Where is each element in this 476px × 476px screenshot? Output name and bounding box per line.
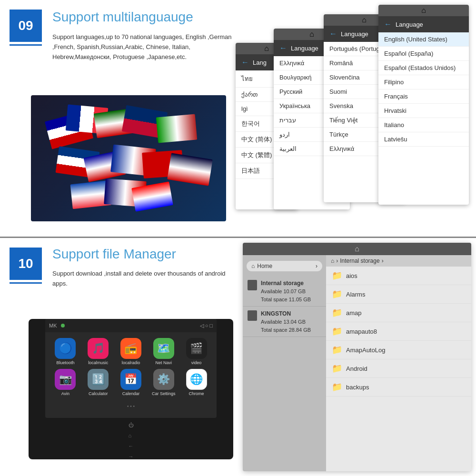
folder-android[interactable]: 📁 Android (326, 359, 471, 378)
home-outline-icon: ⌂ (309, 30, 314, 39)
video-icon-box: 🎬 (186, 338, 207, 359)
folder-icon: 📁 (332, 270, 342, 281)
app-icons-grid: 🔵 Bluetooth 🎵 localmusic 📻 localradio 🗺️… (45, 332, 217, 402)
folder-aios[interactable]: 📁 aios (326, 267, 471, 285)
app-netnavi[interactable]: 🗺️ Net Navi (149, 338, 178, 365)
lang-item[interactable]: Français (378, 89, 469, 104)
internal-total: Total space 11.05 GB (261, 296, 311, 304)
chevron-icon: › (316, 263, 317, 269)
netnavi-icon-box: 🗺️ (153, 338, 174, 359)
home-outline-icon: ⌂ (264, 44, 269, 53)
power-icon[interactable]: ⏻ (129, 422, 134, 428)
lang-item[interactable]: Hrvatski (378, 104, 469, 118)
side-controls: ⏻ ⌂ ← → (129, 422, 134, 459)
folder-amap[interactable]: 📁 amap (326, 304, 471, 322)
flag-pile (38, 101, 219, 216)
app-calculator[interactable]: 🔢 Calculator (84, 369, 113, 396)
screen-status: MK (49, 323, 57, 328)
folder-alarms[interactable]: 📁 Alarms (326, 285, 471, 304)
home-outline-icon: ⌂ (421, 6, 426, 15)
home-label: Home (257, 263, 272, 269)
file-sidebar: ⌂ Home › Internal storage Available 10.0… (243, 255, 326, 471)
bluetooth-icon-box: 🔵 (55, 338, 76, 359)
file-topbar: ⌂ (243, 243, 471, 255)
lang-item-english[interactable]: English (United States) (378, 32, 469, 47)
panel-4-topbar: ⌂ (378, 5, 469, 16)
folder-name: Android (346, 365, 367, 372)
back-arrow-icon[interactable]: ← (384, 20, 392, 29)
panel-3-title: Language (341, 30, 368, 38)
app-carsettings[interactable]: ⚙️ Car Settings (149, 369, 178, 396)
file-home-button[interactable]: ⌂ Home › (247, 261, 322, 271)
home-outline-icon: ⌂ (362, 16, 367, 24)
lang-item[interactable]: Español (España) (378, 47, 469, 61)
app-calendar[interactable]: 📅 Calendar (117, 369, 146, 396)
section-10-desc: Support download ,install and delete ove… (52, 269, 233, 289)
chrome-icon-box: 🌐 (186, 369, 207, 390)
section-10-badge: 10 (10, 248, 42, 280)
lang-item[interactable]: Filipino (378, 75, 469, 89)
back-icon[interactable]: ← (129, 443, 134, 449)
panel-4-header: ← Language (378, 16, 469, 32)
lang-panels: ⌂ ← Lang ไทย ქართ lgì 한국어 中文 (简体) 中文 (繁體… (236, 5, 469, 233)
lang-item[interactable]: Italiano (378, 118, 469, 132)
app-localmusic[interactable]: 🎵 localmusic (84, 338, 113, 365)
internal-storage-item[interactable]: Internal storage Available 10.07 GB Tota… (243, 276, 326, 307)
internal-storage-info: Internal storage Available 10.07 GB Tota… (261, 279, 311, 303)
forward-icon[interactable]: → (129, 454, 134, 459)
app-video[interactable]: 🎬 video (182, 338, 211, 365)
storage-icon (248, 310, 257, 321)
status-dot (61, 324, 65, 327)
lang-item[interactable]: Español (Estados Unidos) (378, 61, 469, 75)
back-arrow-icon[interactable]: ← (279, 44, 287, 52)
section-10-number: 10 (18, 256, 33, 271)
breadcrumb-separator: › (336, 258, 338, 264)
chrome-label: Chrome (189, 391, 204, 396)
internal-storage-name: Internal storage (261, 279, 311, 288)
folder-name: Alarms (346, 291, 365, 298)
file-breadcrumb: ⌂ › Internal storage › (326, 255, 471, 267)
avin-icon-box: 📷 (55, 369, 76, 390)
video-label: video (191, 360, 202, 365)
app-bluetooth[interactable]: 🔵 Bluetooth (51, 338, 80, 365)
breadcrumb-home-icon: ⌂ (331, 258, 334, 264)
folder-icon: 📁 (332, 363, 342, 374)
screen-top-bar: MK ◁ ○ □ (45, 319, 217, 332)
kingston-storage-info: KINGSTON Available 13.04 GB Total space … (261, 309, 311, 334)
app-localradio[interactable]: 📻 localradio (117, 338, 146, 365)
back-arrow-icon[interactable]: ← (241, 58, 249, 67)
folder-backups[interactable]: 📁 backups (326, 378, 471, 397)
folder-amapauto8[interactable]: 📁 amapauto8 (326, 322, 471, 341)
folder-name: aios (346, 272, 357, 279)
kingston-storage-item[interactable]: KINGSTON Available 13.04 GB Total space … (243, 307, 326, 337)
file-main-area: ⌂ › Internal storage › 📁 aios 📁 Alarms 📁… (326, 255, 471, 471)
section-09-number: 09 (18, 18, 33, 33)
file-panel-inner: ⌂ Home › Internal storage Available 10.0… (243, 255, 471, 471)
back-arrow-icon[interactable]: ← (329, 30, 337, 38)
kingston-available: Available 13.04 GB (261, 318, 311, 326)
section-09-badge: 09 (10, 10, 42, 42)
panel-4-title: Language (396, 21, 423, 28)
app-chrome[interactable]: 🌐 Chrome (182, 369, 211, 396)
section-10-title: Support file Manager (52, 247, 176, 262)
home-icon[interactable]: ⌂ (129, 433, 134, 438)
lang-item[interactable]: Latviešu (378, 132, 469, 147)
left-controls: ⏻ ⌂ ← → (129, 422, 134, 459)
folder-icon: 📁 (332, 345, 342, 355)
localradio-label: localradio (122, 360, 140, 365)
avin-label: Avin (61, 391, 69, 396)
internal-available: Available 10.07 GB (261, 288, 311, 296)
netnavi-label: Net Navi (156, 360, 172, 365)
folder-amapautolog[interactable]: 📁 AmapAutoLog (326, 341, 471, 359)
folder-icon: 📁 (332, 307, 342, 318)
folder-icon: 📁 (332, 382, 342, 392)
folder-name: AmapAutoLog (346, 347, 385, 354)
breadcrumb-path: Internal storage (340, 258, 379, 264)
screen-icons: ◁ ○ □ (200, 323, 213, 329)
app-avin[interactable]: 📷 Avin (51, 369, 80, 396)
carsettings-label: Car Settings (152, 391, 176, 396)
storage-icon (248, 280, 257, 290)
kingston-storage-name: KINGSTON (261, 309, 311, 318)
calendar-label: Calendar (122, 391, 140, 396)
car-unit-image: MK ◁ ○ □ 🔵 Bluetooth 🎵 localmusic 📻 loca… (29, 319, 233, 459)
